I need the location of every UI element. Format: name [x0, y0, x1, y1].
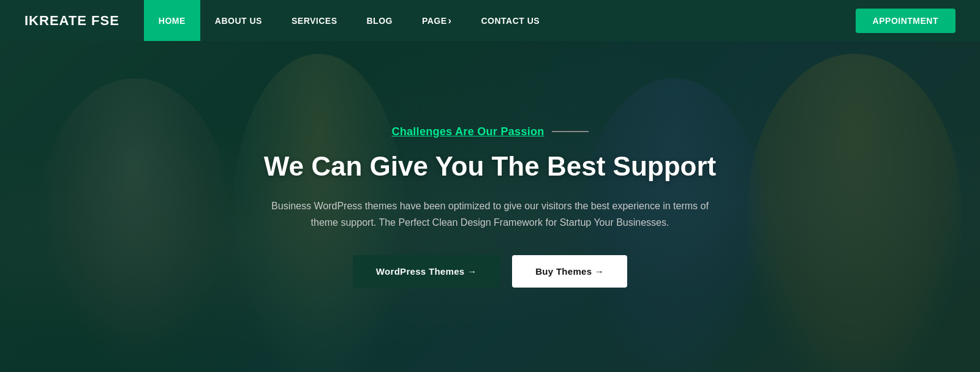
hero-description: Business WordPress themes have been opti… [257, 198, 723, 231]
wordpress-themes-button[interactable]: WordPress Themes → [353, 255, 500, 288]
hero-section: Challenges Are Our Passion We Can Give Y… [0, 41, 980, 372]
nav-item-page[interactable]: PAGE [407, 0, 466, 41]
site-header: IKREATE FSE HOME ABOUT US SERVICES BLOG … [0, 0, 980, 41]
nav-item-blog[interactable]: BLOG [352, 0, 407, 41]
nav-item-about[interactable]: ABOUT US [200, 0, 277, 41]
hero-title: We Can Give You The Best Support [257, 151, 723, 183]
hero-content: Challenges Are Our Passion We Can Give Y… [233, 125, 747, 288]
main-nav: HOME ABOUT US SERVICES BLOG PAGE CONTACT… [144, 0, 856, 41]
buy-themes-button[interactable]: Buy Themes → [512, 255, 627, 288]
appointment-button[interactable]: APPOINTMENT [856, 9, 956, 33]
nav-item-home[interactable]: HOME [144, 0, 200, 41]
site-logo: IKREATE FSE [24, 13, 119, 29]
hero-tagline: Challenges Are Our Passion [257, 125, 723, 138]
nav-item-services[interactable]: SERVICES [277, 0, 352, 41]
nav-item-contact[interactable]: CONTACT US [466, 0, 554, 41]
hero-buttons: WordPress Themes → Buy Themes → [257, 255, 723, 288]
